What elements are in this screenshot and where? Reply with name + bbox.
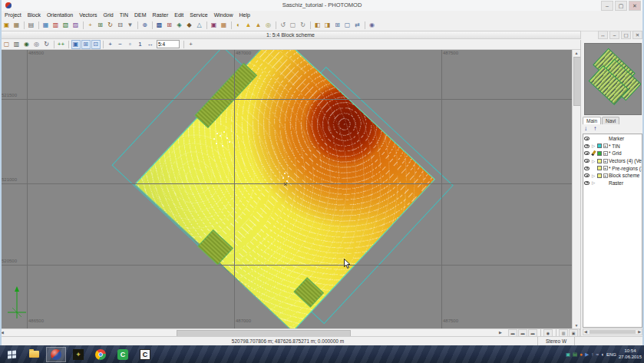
tin-tool-icon[interactable]: △ <box>195 21 204 30</box>
language-indicator[interactable]: ENG <box>606 352 616 357</box>
tile-windows-icon[interactable]: ⊞ <box>333 21 342 30</box>
panel-scroll-right-icon[interactable]: ▶ <box>638 329 641 335</box>
sync-windows-icon[interactable]: ⇄ <box>353 21 362 30</box>
layer-name-label[interactable]: Raster <box>609 180 623 186</box>
panel-horizontal-scrollbar[interactable]: ◀ ▶ <box>583 328 642 335</box>
images-raster-icon[interactable]: ▩ <box>155 21 164 30</box>
panel-tab-navi[interactable]: Navi <box>602 117 619 124</box>
layer-expand-toggle[interactable]: + <box>603 144 608 148</box>
layer-row[interactable]: ▷Raster <box>584 180 642 187</box>
layer-row[interactable]: ▷+Block scheme <box>584 172 642 180</box>
block-list-icon[interactable]: ▼ <box>126 21 135 30</box>
raster-snap-button[interactable]: ▣ <box>569 329 578 337</box>
menu-tin[interactable]: TIN <box>117 11 131 19</box>
layer-color-swatch[interactable] <box>597 166 602 170</box>
menu-block[interactable]: Block <box>25 11 44 19</box>
scroll-right-icon[interactable]: ▶ <box>499 330 502 335</box>
save-project-icon[interactable]: ▦ <box>12 21 21 30</box>
doc-restore-arrows-button[interactable]: ↔ <box>598 31 608 39</box>
doc-window-titlebar[interactable]: 1: 5:4 Block scheme <box>0 31 581 39</box>
split-block-icon[interactable]: ⊟ <box>116 21 125 30</box>
block-scheme-icon[interactable]: ▥ <box>51 21 61 30</box>
menu-dem[interactable]: DEM <box>131 11 150 19</box>
layer-visibility-eye-icon[interactable] <box>584 167 590 170</box>
dem-tool-icon[interactable]: ◆ <box>185 21 194 30</box>
tray-upload-icon[interactable]: ↑ <box>591 351 593 358</box>
layer-row[interactable]: +* Grid <box>584 150 642 157</box>
taskbar-clock[interactable]: 10:54 27.06.2015 <box>619 348 642 360</box>
history-icon[interactable]: ▢ <box>289 21 298 30</box>
view-3d-icon[interactable]: ▲ <box>244 21 253 30</box>
mode-grid-icon[interactable]: ⊞ <box>81 40 91 49</box>
horizontal-scrollbar[interactable]: ◀ ▶ <box>0 329 505 336</box>
panel-scroll-left-icon[interactable]: ◀ <box>584 329 587 335</box>
layer-visibility-eye-icon[interactable] <box>584 151 590 155</box>
layer-name-label[interactable]: * TIN <box>609 144 620 149</box>
save-window-set-icon[interactable]: ◨ <box>323 21 332 30</box>
rotate-view-icon[interactable]: ↻ <box>42 40 51 49</box>
layer-row[interactable]: Marker <box>584 135 642 143</box>
close-button[interactable]: ✕ <box>629 1 641 11</box>
layer-visibility-eye-icon[interactable] <box>584 173 590 177</box>
dtm-tool-icon[interactable]: ▲ <box>254 21 263 30</box>
overlay-view-icon[interactable]: ◎ <box>32 40 41 49</box>
grid-tool-icon[interactable]: ⊞ <box>165 21 174 30</box>
menu-edit[interactable]: Edit <box>171 11 187 19</box>
rotate-block-icon[interactable]: ↻ <box>106 21 115 30</box>
layer-expand-toggle[interactable]: + <box>603 159 608 163</box>
taskbar-app-start[interactable] <box>2 347 21 362</box>
layer-select-arrow-icon[interactable]: ▷ <box>591 180 596 185</box>
menu-raster[interactable]: Raster <box>150 11 172 19</box>
layer-expand-toggle[interactable]: + <box>603 166 608 170</box>
layer-name-label[interactable]: * Grid <box>609 150 622 156</box>
move-layer-up-button[interactable]: ↑ <box>593 125 599 132</box>
mode-window-icon[interactable]: ▣ <box>71 40 81 49</box>
taskbar-app-camtasia[interactable]: C <box>113 347 133 362</box>
doc-minimize-button[interactable]: – <box>609 31 619 39</box>
layer-name-label[interactable]: Marker <box>609 136 624 141</box>
center-on-marker-icon[interactable]: + <box>187 40 196 49</box>
menu-vectors[interactable]: Vectors <box>76 11 100 19</box>
layer-expand-toggle[interactable]: + <box>603 173 608 178</box>
classifier-icon[interactable]: ◎ <box>264 21 273 30</box>
undo-icon[interactable]: ↺ <box>279 21 288 30</box>
tie-points-icon[interactable]: ⊕ <box>140 21 150 30</box>
taskbar-app-photomod[interactable] <box>46 347 66 362</box>
taskbar-app-file-explorer[interactable] <box>24 347 44 362</box>
layer-select-arrow-icon[interactable]: ▷ <box>591 173 596 178</box>
menu-grid[interactable]: Grid <box>101 11 117 19</box>
add-images-icon[interactable]: ▧ <box>61 21 71 30</box>
mosaic-icon[interactable]: ▦ <box>220 21 229 30</box>
menu-orientation[interactable]: Orientation <box>44 11 76 19</box>
layer-color-swatch[interactable] <box>597 151 602 156</box>
view-mode-2-button[interactable]: ▬ <box>518 329 527 337</box>
move-block-icon[interactable]: + <box>86 21 95 30</box>
layer-visibility-eye-icon[interactable] <box>584 137 590 140</box>
zoom-out-icon[interactable]: − <box>116 40 125 49</box>
doc-maximize-button[interactable]: ▢ <box>621 31 631 39</box>
layer-name-label[interactable]: * Pre-regions (1... <box>609 166 642 171</box>
navigation-thumbnail[interactable] <box>584 43 642 115</box>
layer-name-label[interactable]: Block scheme <box>609 173 639 178</box>
mode-profile-icon[interactable]: ⊡ <box>91 40 101 49</box>
taskbar-app-chrome[interactable] <box>91 347 111 362</box>
block-editor-icon[interactable]: ▦ <box>41 21 51 30</box>
vectors-tool-icon[interactable]: ◈ <box>175 21 184 30</box>
zoom-fit-icon[interactable]: ↔ <box>146 40 155 49</box>
layer-row[interactable]: ▷+Vectors (4) (Ve... <box>584 157 642 165</box>
selection-tool-icon[interactable]: ▢ <box>2 40 12 49</box>
align-block-icon[interactable]: ⊞ <box>96 21 105 30</box>
panel-scroll-thumb[interactable] <box>590 330 636 334</box>
layer-name-label[interactable]: Vectors (4) (Ve... <box>609 158 642 163</box>
layer-visibility-eye-icon[interactable] <box>584 181 590 185</box>
minimize-button[interactable]: – <box>601 1 613 11</box>
menu-window[interactable]: Window <box>211 11 236 19</box>
zoom-region-icon[interactable]: ▫ <box>126 40 135 49</box>
tray-security-icon[interactable]: ● <box>580 351 583 358</box>
tray-volume-icon[interactable]: ◖ <box>601 351 604 358</box>
layer-visibility-eye-icon[interactable] <box>584 159 590 163</box>
layer-row[interactable]: +* Pre-regions (1... <box>584 164 642 172</box>
taskbar-app-dark-app[interactable]: ✦ <box>68 347 88 362</box>
stereo-toggle-icon[interactable]: ◐ <box>234 21 243 30</box>
tray-helper-icon[interactable]: ▣ <box>566 351 570 358</box>
